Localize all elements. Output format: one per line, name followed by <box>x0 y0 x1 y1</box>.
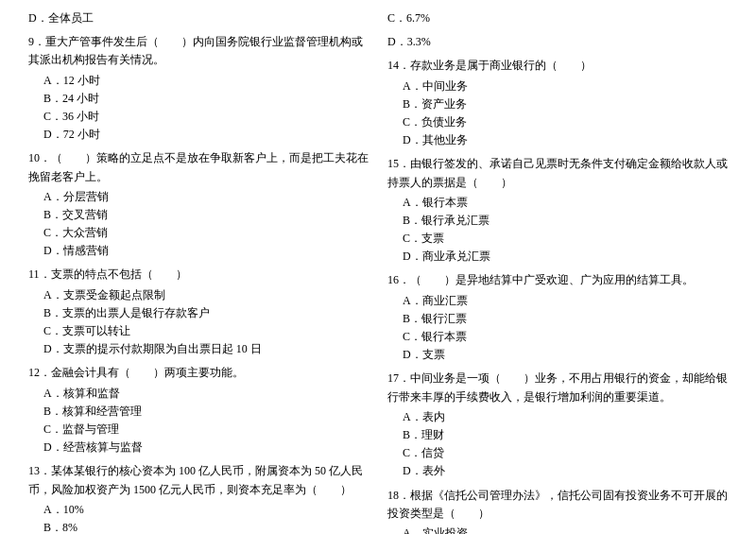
option: C．信贷 <box>403 444 728 462</box>
option: A．表内 <box>403 408 728 426</box>
question-text: 18．根据《信托公司管理办法》，信托公司固有投资业务不可开展的投资类型是（ ） <box>387 487 728 523</box>
option: A．商业汇票 <box>403 292 728 310</box>
option: D．情感营销 <box>43 242 369 260</box>
option: A．支票受金额起点限制 <box>43 286 369 304</box>
question-q18: 18．根据《信托公司管理办法》，信托公司固有投资业务不可开展的投资类型是（ ）A… <box>387 487 728 535</box>
option: B．资产业务 <box>403 95 728 113</box>
option: A．实业投资 <box>403 525 728 534</box>
option: C．银行本票 <box>403 328 728 346</box>
option: C．支票可以转让 <box>43 322 369 340</box>
question-q15: 15．由银行签发的、承诺自己见票时无条件支付确定金额给收款人或持票人的票据是（ … <box>387 155 728 266</box>
option: A．银行本票 <box>403 194 728 212</box>
option: C．负债业务 <box>403 113 728 131</box>
option: A．中间业务 <box>403 78 728 95</box>
option: D．支票 <box>403 346 728 364</box>
question-q14: 14．存款业务是属于商业银行的（ ）A．中间业务B．资产业务C．负债业务D．其他… <box>387 57 728 149</box>
question-text: 14．存款业务是属于商业银行的（ ） <box>387 57 728 75</box>
option: A．12 小时 <box>43 72 369 90</box>
question-text: 11．支票的特点不包括（ ） <box>28 266 369 284</box>
option: D．其他业务 <box>403 131 728 149</box>
option: A．分层营销 <box>43 188 369 206</box>
option: D．商业承兑汇票 <box>403 248 728 266</box>
question-q17: 17．中间业务是一项（ ）业务，不用占用银行的资金，却能给银行带来丰厚的手续费收… <box>387 370 728 480</box>
question-text: 12．金融会计具有（ ）两项主要功能。 <box>28 364 369 382</box>
question-text: 10．（ ）策略的立足点不是放在争取新客户上，而是把工夫花在挽留老客户上。 <box>28 149 369 185</box>
option: B．支票的出票人是银行存款客户 <box>43 304 369 322</box>
question-text: 13．某体某银行的核心资本为 100 亿人民币，附属资本为 50 亿人民币，风险… <box>28 462 369 498</box>
question-text: 15．由银行签发的、承诺自己见票时无条件支付确定金额给收款人或持票人的票据是（ … <box>387 155 728 191</box>
option: B．交叉营销 <box>43 206 369 224</box>
question-text: 16．（ ）是异地结算中广受欢迎、广为应用的结算工具。 <box>387 271 728 289</box>
option: D．经营核算与监督 <box>43 439 369 456</box>
question-q10: 10．（ ）策略的立足点不是放在争取新客户上，而是把工夫花在挽留老客户上。A．分… <box>28 149 369 260</box>
two-column-layout: D．全体员工9．重大产管事件发生后（ ）内向国务院银行业监督管理机构或其派出机构… <box>28 9 728 534</box>
option: B．24 小时 <box>43 90 369 108</box>
option: D．表外 <box>403 462 728 480</box>
option: B．银行承兑汇票 <box>403 212 728 230</box>
question-q11: 11．支票的特点不包括（ ）A．支票受金额起点限制B．支票的出票人是银行存款客户… <box>28 266 369 358</box>
question-q_c_67: C．6.7% <box>387 9 728 27</box>
question-text: 9．重大产管事件发生后（ ）内向国务院银行业监督管理机构或其派出机构报告有关情况… <box>28 33 369 69</box>
option: B．银行汇票 <box>403 310 728 328</box>
question-q12: 12．金融会计具有（ ）两项主要功能。A．核算和监督B．核算和经营管理C．监督与… <box>28 364 369 456</box>
option: D．支票的提示付款期限为自出票日起 10 日 <box>43 340 369 358</box>
right-column: C．6.7%D．3.3%14．存款业务是属于商业银行的（ ）A．中间业务B．资产… <box>387 9 728 534</box>
question-text: 17．中间业务是一项（ ）业务，不用占用银行的资金，却能给银行带来丰厚的手续费收… <box>387 370 728 405</box>
option: D．72 小时 <box>43 126 369 144</box>
left-column: D．全体员工9．重大产管事件发生后（ ）内向国务院银行业监督管理机构或其派出机构… <box>28 9 369 534</box>
question-q16: 16．（ ）是异地结算中广受欢迎、广为应用的结算工具。A．商业汇票B．银行汇票C… <box>387 271 728 364</box>
question-q13: 13．某体某银行的核心资本为 100 亿人民币，附属资本为 50 亿人民币，风险… <box>28 462 369 534</box>
option: C．大众营销 <box>43 224 369 242</box>
option: A．核算和监督 <box>43 385 369 403</box>
question-text: C．6.7% <box>387 9 728 27</box>
option: B．8% <box>43 519 369 534</box>
option: B．理财 <box>403 426 728 444</box>
option: B．核算和经营管理 <box>43 403 369 421</box>
question-text: D．全体员工 <box>28 9 369 27</box>
option: C．监督与管理 <box>43 421 369 439</box>
question-q9: 9．重大产管事件发生后（ ）内向国务院银行业监督管理机构或其派出机构报告有关情况… <box>28 33 369 144</box>
question-q_d_33: D．3.3% <box>387 33 728 51</box>
option: C．支票 <box>403 230 728 248</box>
question-text: D．3.3% <box>387 33 728 51</box>
page-content: D．全体员工9．重大产管事件发生后（ ）内向国务院银行业监督管理机构或其派出机构… <box>28 9 728 534</box>
option: C．36 小时 <box>43 108 369 126</box>
option: A．10% <box>43 501 369 519</box>
question-q_d_staff: D．全体员工 <box>28 9 369 27</box>
